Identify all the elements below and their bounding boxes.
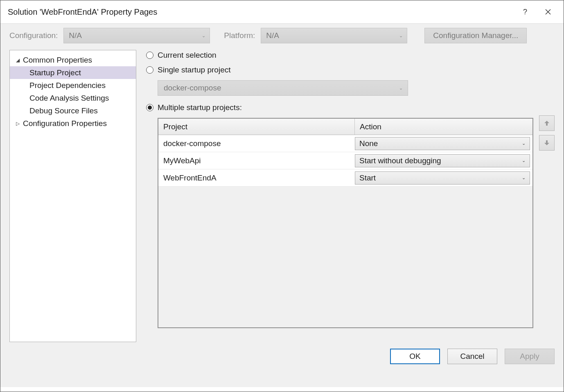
grid-body: docker-compose None⌄ MyWebApi Start with… — [158, 135, 532, 187]
chevron-down-icon: ⌄ — [522, 158, 526, 163]
column-header-action[interactable]: Action — [355, 119, 532, 135]
chevron-down-icon: ⌄ — [399, 86, 403, 91]
platform-combo[interactable]: N/A ⌄ — [261, 28, 407, 43]
move-up-button[interactable] — [539, 115, 555, 131]
chevron-down-icon: ⌄ — [399, 33, 403, 38]
action-combo[interactable]: Start without debugging⌄ — [355, 154, 530, 167]
chevron-down-icon: ⌄ — [522, 141, 526, 146]
arrow-down-icon — [544, 140, 550, 146]
close-icon — [545, 9, 551, 15]
radio-current-selection[interactable]: Current selection — [146, 51, 533, 60]
content-area: ◢ Common Properties Startup Project Proj… — [0, 50, 564, 342]
close-button[interactable] — [537, 4, 559, 20]
window-title: Solution 'WebFrontEndA' Property Pages — [8, 7, 514, 17]
startup-projects-grid: Project Action docker-compose None⌄ MyWe… — [158, 118, 533, 328]
radio-icon — [146, 52, 153, 59]
action-combo[interactable]: None⌄ — [355, 137, 530, 150]
radio-icon — [146, 66, 153, 74]
grid-row[interactable]: WebFrontEndA Start⌄ — [158, 169, 532, 187]
cancel-button[interactable]: Cancel — [447, 349, 497, 364]
chevron-down-icon: ⌄ — [202, 33, 205, 38]
expand-collapse-icon[interactable]: ▷ — [14, 121, 21, 126]
single-startup-combo[interactable]: docker-compose ⌄ — [158, 80, 408, 96]
cell-project: WebFrontEndA — [158, 173, 355, 182]
grid-row[interactable]: MyWebApi Start without debugging⌄ — [158, 152, 532, 169]
tree-item-configuration-properties[interactable]: ▷ Configuration Properties — [10, 117, 136, 130]
radio-multiple-startup[interactable]: Multiple startup projects: — [146, 103, 533, 112]
chevron-down-icon: ⌄ — [522, 175, 526, 180]
tree-item-project-dependencies[interactable]: Project Dependencies — [10, 79, 136, 92]
dialog-footer: OK Cancel Apply — [0, 342, 564, 387]
radio-icon — [146, 104, 153, 111]
move-down-button[interactable] — [539, 135, 555, 151]
action-combo[interactable]: Start⌄ — [355, 171, 530, 185]
configuration-manager-button[interactable]: Configuration Manager... — [424, 28, 527, 43]
apply-button[interactable]: Apply — [505, 349, 555, 364]
tree-item-debug-source[interactable]: Debug Source Files — [10, 104, 136, 117]
configuration-label: Configuration: — [9, 31, 58, 40]
configuration-value: N/A — [69, 31, 82, 40]
cell-project: MyWebApi — [158, 156, 355, 165]
platform-value: N/A — [266, 31, 279, 40]
navigation-tree[interactable]: ◢ Common Properties Startup Project Proj… — [9, 50, 136, 342]
row-reorder-buttons — [539, 50, 555, 342]
main-panel: Current selection Single startup project… — [146, 50, 555, 342]
tree-item-code-analysis[interactable]: Code Analysis Settings — [10, 92, 136, 104]
grid-header: Project Action — [158, 119, 532, 135]
arrow-up-icon — [544, 120, 550, 126]
cell-project: docker-compose — [158, 139, 355, 148]
configuration-combo[interactable]: N/A ⌄ — [63, 28, 210, 43]
platform-label: Platform: — [224, 31, 255, 40]
tree-item-common-properties[interactable]: ◢ Common Properties — [10, 54, 136, 66]
expand-collapse-icon[interactable]: ◢ — [14, 57, 21, 63]
radio-single-startup[interactable]: Single startup project — [146, 65, 533, 74]
title-bar: Solution 'WebFrontEndA' Property Pages ? — [0, 0, 564, 23]
tree-item-startup-project[interactable]: Startup Project — [10, 66, 136, 79]
startup-options: Current selection Single startup project… — [146, 50, 533, 342]
help-button[interactable]: ? — [514, 4, 537, 20]
column-header-project[interactable]: Project — [158, 119, 355, 135]
ok-button[interactable]: OK — [390, 349, 440, 364]
configuration-bar: Configuration: N/A ⌄ Platform: N/A ⌄ Con… — [0, 23, 564, 50]
grid-row[interactable]: docker-compose None⌄ — [158, 135, 532, 152]
